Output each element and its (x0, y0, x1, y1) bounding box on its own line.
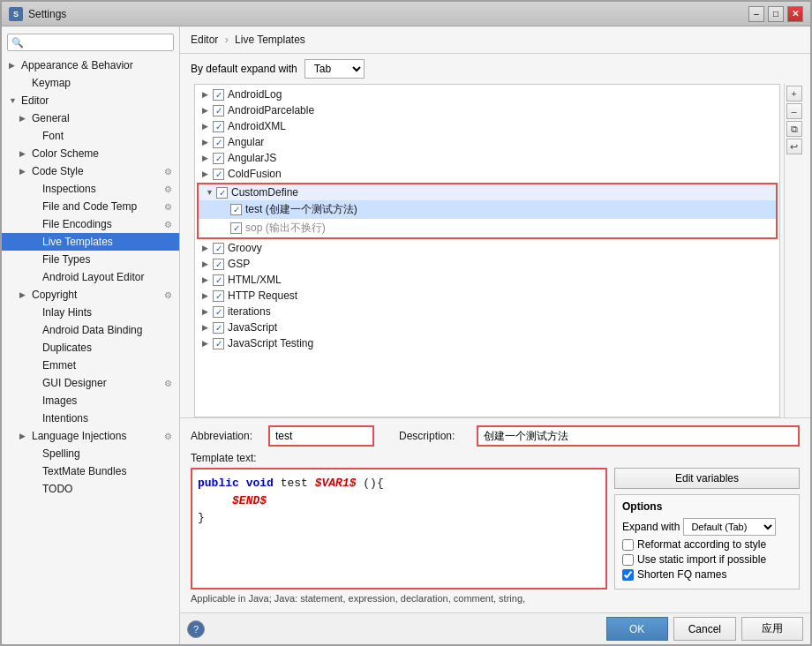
code-editor[interactable]: public void test $VAR1$ (){ $END$ } (191, 468, 607, 590)
sidebar-item-appearance[interactable]: ▶ Appearance & Behavior (2, 56, 179, 74)
sidebar-item-intentions[interactable]: Intentions (2, 409, 179, 427)
group-checkbox[interactable] (216, 187, 228, 199)
cancel-button[interactable]: Cancel (673, 617, 736, 641)
expand-with-dropdown[interactable]: Default (Tab) (683, 518, 776, 536)
reset-button[interactable]: ↩ (786, 139, 802, 154)
template-group-httprequest[interactable]: ▶ HTTP Request (195, 288, 779, 304)
group-checkbox[interactable] (213, 259, 224, 270)
group-checkbox[interactable] (213, 243, 224, 254)
breadcrumb-parent: Editor (191, 34, 218, 46)
sidebar-item-file-encodings[interactable]: File Encodings ⚙ (2, 215, 179, 233)
item-checkbox[interactable] (230, 204, 242, 215)
shorten-fq-checkbox[interactable] (622, 569, 634, 581)
apply-button[interactable]: 应用 (741, 617, 803, 641)
arrow-icon: ▶ (19, 114, 28, 123)
sidebar-item-android-data-binding[interactable]: Android Data Binding (2, 321, 179, 339)
group-checkbox[interactable] (213, 137, 224, 148)
edit-variables-button[interactable]: Edit variables (614, 468, 800, 489)
sidebar-item-inspections[interactable]: Inspections ⚙ (2, 180, 179, 198)
template-group-iterations[interactable]: ▶ iterations (195, 304, 779, 319)
template-item-test[interactable]: test (创建一个测试方法) (199, 200, 776, 219)
arrow-icon: ▶ (19, 432, 28, 440)
group-checkbox[interactable] (213, 169, 224, 180)
add-button[interactable]: + (786, 86, 802, 101)
expand-dropdown[interactable]: Tab (304, 59, 365, 79)
tool-buttons: + – ⧉ ↩ (784, 84, 803, 417)
expand-with-row: Expand with Default (Tab) (622, 518, 792, 536)
group-label: AndroidLog (228, 88, 282, 101)
sidebar-item-android-layout[interactable]: Android Layout Editor (2, 268, 179, 286)
template-group-htmlxml[interactable]: ▶ HTML/XML (195, 272, 779, 288)
template-group-groovy[interactable]: ▶ Groovy (195, 240, 779, 256)
sidebar-item-general[interactable]: ▶ General (2, 109, 179, 127)
sidebar-item-file-types[interactable]: File Types (2, 251, 179, 268)
sidebar-item-label: Appearance & Behavior (21, 59, 133, 71)
sidebar-item-spelling[interactable]: Spelling (2, 445, 179, 462)
group-checkbox[interactable] (213, 89, 224, 101)
template-group-angularjs[interactable]: ▶ AngularJS (195, 150, 779, 166)
sidebar-item-textmate[interactable]: TextMate Bundles (2, 462, 179, 480)
group-label: Groovy (228, 242, 262, 254)
group-checkbox[interactable] (213, 322, 224, 334)
copy-button[interactable]: ⧉ (786, 121, 802, 137)
sidebar-item-inlay-hints[interactable]: Inlay Hints (2, 304, 179, 321)
sidebar-item-file-code-temp[interactable]: File and Code Temp ⚙ (2, 198, 179, 215)
template-group-javascript[interactable]: ▶ JavaScript (195, 319, 779, 335)
settings-gear-icon: ⚙ (164, 202, 172, 212)
sidebar-item-editor[interactable]: ▼ Editor (2, 92, 179, 109)
template-group-androidxml[interactable]: ▶ AndroidXML (195, 118, 779, 134)
abbreviation-input[interactable] (268, 425, 374, 447)
sidebar-item-font[interactable]: Font (2, 127, 179, 145)
group-checkbox[interactable] (213, 306, 224, 318)
expand-arrow-icon: ▶ (202, 122, 211, 131)
sidebar-item-language-injections[interactable]: ▶ Language Injections ⚙ (2, 427, 179, 445)
group-checkbox[interactable] (213, 121, 224, 132)
template-group-javascript-testing[interactable]: ▶ JavaScript Testing (195, 335, 779, 351)
minimize-button[interactable]: – (748, 6, 764, 22)
template-group-coldfusion[interactable]: ▶ ColdFusion (195, 166, 779, 182)
expand-arrow-icon: ▶ (202, 307, 211, 316)
template-group-customdefine[interactable]: ▼ CustomDefine (199, 184, 776, 200)
template-group-gsp[interactable]: ▶ GSP (195, 256, 779, 272)
group-checkbox[interactable] (213, 153, 224, 164)
template-group-androidparcelable[interactable]: ▶ AndroidParcelable (195, 102, 779, 118)
template-item-sop[interactable]: sop (输出不换行) (199, 219, 776, 237)
sidebar-item-todo[interactable]: TODO (2, 480, 179, 498)
title-buttons: – □ ✕ (748, 6, 803, 22)
sidebar-item-copyright[interactable]: ▶ Copyright ⚙ (2, 286, 179, 304)
description-input[interactable] (477, 425, 800, 447)
group-label: iterations (228, 305, 271, 318)
static-import-checkbox[interactable] (622, 554, 634, 566)
sidebar-item-images[interactable]: Images (2, 392, 179, 409)
sidebar-item-keymap[interactable]: Keymap (2, 74, 179, 92)
main-content: 🔍 ▶ Appearance & Behavior Keymap ▼ Edito… (2, 26, 810, 644)
sidebar-item-label: Intentions (42, 412, 88, 424)
help-button[interactable]: ? (187, 620, 205, 638)
group-checkbox[interactable] (213, 105, 224, 116)
ok-button[interactable]: OK (606, 617, 668, 641)
sidebar-item-live-templates[interactable]: Live Templates (2, 233, 179, 251)
group-checkbox[interactable] (213, 274, 224, 286)
remove-button[interactable]: – (786, 103, 802, 119)
sidebar-item-emmet[interactable]: Emmet (2, 357, 179, 374)
sidebar-item-label: Inspections (42, 183, 96, 195)
template-group-angular[interactable]: ▶ Angular (195, 134, 779, 150)
group-checkbox[interactable] (213, 338, 224, 349)
reformat-checkbox[interactable] (622, 539, 634, 551)
sidebar-item-label: Copyright (32, 289, 77, 301)
sidebar-item-label: Spelling (42, 447, 80, 460)
sidebar-item-color-scheme[interactable]: ▶ Color Scheme (2, 145, 179, 162)
close-button[interactable]: ✕ (787, 6, 803, 22)
maximize-button[interactable]: □ (768, 6, 784, 22)
sidebar-item-code-style[interactable]: ▶ Code Style ⚙ (2, 162, 179, 180)
bottom-bar: ? OK Cancel 应用 (180, 612, 810, 644)
app-icon: S (9, 7, 23, 21)
sidebar-item-duplicates[interactable]: Duplicates (2, 339, 179, 357)
group-checkbox[interactable] (213, 290, 224, 302)
item-checkbox[interactable] (230, 222, 242, 234)
sidebar-item-gui-designer[interactable]: GUI Designer ⚙ (2, 374, 179, 392)
shorten-fq-label: Shorten FQ names (637, 568, 726, 581)
search-input[interactable] (27, 36, 169, 49)
template-group-androidlog[interactable]: ▶ AndroidLog (195, 86, 779, 102)
group-label: AndroidXML (228, 120, 286, 132)
